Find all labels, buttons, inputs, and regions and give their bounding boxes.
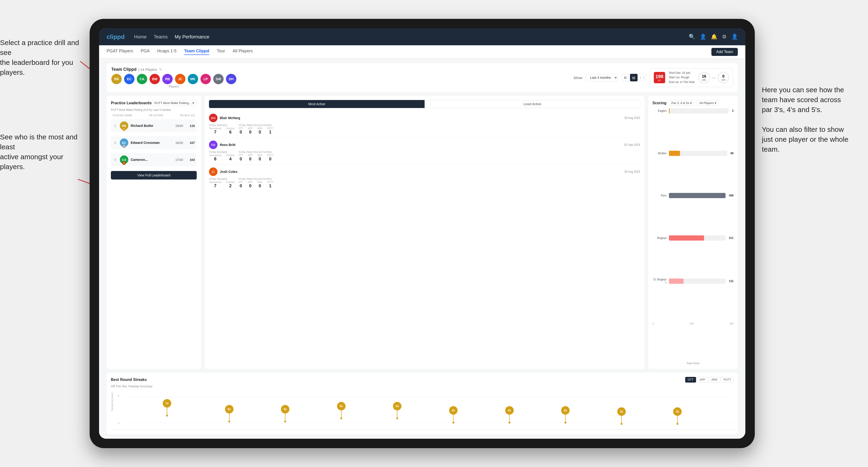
annotation-right: Here you can see how the team have score… xyxy=(762,85,866,154)
people-icon[interactable]: 👤 xyxy=(700,34,706,40)
view-full-leaderboard-button[interactable]: View Full Leaderboard xyxy=(111,171,197,180)
scoring-filter-par[interactable]: Par 3, 4 & 5s ▾ xyxy=(669,100,694,106)
lb-avg-3: 103 xyxy=(185,158,195,161)
lb-name-1: Richard Butler xyxy=(131,124,173,128)
rees-tournament: Tournament 8 xyxy=(209,154,221,161)
lb-avg-1: 110 xyxy=(185,124,195,128)
table-view-btn[interactable]: ⋮⋮ xyxy=(639,74,646,81)
shot-badge: 198 SC xyxy=(654,72,665,83)
team-header: Team Clippd | 14 Players ✎ RB EC CA BM R… xyxy=(106,63,738,92)
nav-home[interactable]: Home xyxy=(134,34,147,40)
lb-player-row-3[interactable]: 3 CA 3 Cameron... 17/20 103 xyxy=(111,153,197,166)
lb-player-row-1[interactable]: 1 RB 1 Richard Butler 19/20 110 xyxy=(111,119,197,132)
chart-value-eagles: 3 xyxy=(732,109,734,113)
bell-icon[interactable]: 🔔 xyxy=(711,34,717,40)
player-activity-josh: JC Josh Coles 26 Aug 2023 Total Rounds T… xyxy=(209,165,640,191)
rees-date: 02 Sep 2023 xyxy=(624,143,640,147)
streak-filter-arg[interactable]: ARG xyxy=(709,377,720,382)
streak-pin-line-5 xyxy=(397,410,398,417)
avatar-9: SW xyxy=(213,74,224,84)
lb-score-2: 18/20 xyxy=(175,141,183,145)
streak-pin-3: 6x xyxy=(281,405,289,423)
streaks-chart: Fairway Accuracy 6 4 7x 6x xyxy=(111,390,734,430)
avatar-1: RB xyxy=(111,74,122,84)
grid-line-top xyxy=(123,397,734,397)
add-team-button[interactable]: Add Team xyxy=(711,48,738,56)
blair-practice: Practice 6 xyxy=(226,127,235,135)
subnav-hcaps[interactable]: Hcaps 1-5 xyxy=(157,49,177,55)
chart-value-bogeys: 311 xyxy=(729,236,734,240)
view-icons: ⊞ ▤ ⋮⋮ xyxy=(621,74,646,81)
streak-pin-10: 3x xyxy=(673,407,682,425)
streak-bubble-2: 6x xyxy=(225,405,234,413)
streak-filter-putt[interactable]: PUTT xyxy=(721,377,734,382)
blair-stats: Total Rounds Tournament 7 Practice 6 xyxy=(209,124,640,135)
blair-rounds: Total Rounds Tournament 7 Practice 6 xyxy=(209,124,235,135)
chart-bar-container-eagles xyxy=(669,108,728,114)
streaks-subtitle: Off The Tee, Fairway Accuracy xyxy=(111,384,734,388)
rees-practice: Practice 4 xyxy=(226,154,235,161)
subnav-tour[interactable]: Tour xyxy=(217,49,225,55)
streak-pin-line-6 xyxy=(453,415,454,422)
josh-stats: Total Rounds Tournament 7 Practice 2 xyxy=(209,178,640,188)
ipad-device: clippd Home Teams My Performance 🔍 👤 🔔 ⚙… xyxy=(90,19,755,448)
streak-pin-dot-10 xyxy=(677,423,678,425)
subnav-team-clippd[interactable]: Team Clippd xyxy=(184,49,209,55)
josh-name: Josh Coles xyxy=(220,170,238,174)
lb-rank-2: 2 xyxy=(113,141,118,145)
shot-circle-right: 0 yds xyxy=(718,72,729,83)
lb-player-row-2[interactable]: 2 EC 2 Edward Crossman 18/20 107 xyxy=(111,136,197,149)
least-active-tab[interactable]: Least Active xyxy=(425,100,640,108)
streak-filter-ott[interactable]: OTT xyxy=(685,377,696,382)
josh-avatar: JC xyxy=(209,167,217,176)
josh-info: JC Josh Coles xyxy=(209,167,238,176)
rees-practice-activities: Total Practice Activities OTT 0 APP 0 xyxy=(239,151,273,161)
josh-practice-activities: Total Practice Activities OTT 0 APP 0 xyxy=(239,178,273,188)
chart-bar-doubles xyxy=(669,279,684,284)
rees-header: RB Rees Britt 02 Sep 2023 xyxy=(209,141,640,149)
streak-filter-app[interactable]: APP xyxy=(697,377,708,382)
show-label: Show xyxy=(574,76,582,80)
most-active-tab[interactable]: Most Active xyxy=(209,100,425,108)
drill-selector[interactable]: PUTT Must Make Putting... ▾ xyxy=(152,100,197,106)
list-view-btn[interactable]: ▤ xyxy=(630,74,638,81)
avatar-8: LP xyxy=(200,74,211,84)
chart-label-pars: Pars xyxy=(652,194,666,197)
shot-info-card: 198 SC Shot Dist: 16 yds Start Lie: Roug… xyxy=(650,68,733,87)
lb-avatar-2: EC 2 xyxy=(120,138,128,147)
chart-label-birdies: Birdies xyxy=(652,152,666,155)
rees-info: RB Rees Britt xyxy=(209,141,236,149)
settings-icon[interactable]: ⚙ xyxy=(722,34,727,40)
blair-ott: OTT 0 xyxy=(239,127,243,135)
subnav-all-players[interactable]: All Players xyxy=(232,49,253,55)
chart-bar-pars xyxy=(669,193,725,198)
scoring-filter-players[interactable]: All Players ▾ xyxy=(697,100,719,106)
rees-stats: Total Rounds Tournament 8 Practice 4 xyxy=(209,151,640,161)
leaderboard-table-header: PLAYER NAME PB SCORE PB AVG SQ xyxy=(111,114,197,117)
nav-my-performance[interactable]: My Performance xyxy=(175,34,210,40)
edit-icon[interactable]: ✎ xyxy=(159,67,162,72)
avatar-nav[interactable]: 👤 xyxy=(732,34,738,40)
nav-teams[interactable]: Teams xyxy=(154,34,168,40)
activity-tabs: Most Active Least Active xyxy=(209,100,640,108)
y-label-4: 4 xyxy=(118,422,119,425)
avatar-2: EC xyxy=(124,74,134,84)
nav-icons: 🔍 👤 🔔 ⚙ 👤 xyxy=(689,34,738,40)
subnav-pga[interactable]: PGA xyxy=(141,49,150,55)
streaks-header: Best Round Streaks OTT APP ARG PUTT xyxy=(111,377,734,382)
player-activity-blair: BM Blair McHarg 26 Aug 2023 Total Rounds… xyxy=(209,111,640,138)
annotation-top-left: Select a practice drill and see the lead… xyxy=(0,38,90,77)
blair-practice-activities: Total Practice Activities OTT 0 APP 0 xyxy=(239,124,273,135)
chart-row-pars: Pars 499 xyxy=(652,193,734,198)
show-select[interactable]: Last 3 months Last 6 months Last year xyxy=(586,74,618,81)
search-icon[interactable]: 🔍 xyxy=(689,34,695,40)
blair-header: BM Blair McHarg 26 Aug 2023 xyxy=(209,114,640,122)
streak-pin-dot-6 xyxy=(453,422,454,424)
player-avatars: RB EC CA BM RB JC MK LP SW DH xyxy=(111,74,236,84)
avatar-6: JC xyxy=(175,74,185,84)
blair-app: APP 0 xyxy=(248,127,253,135)
avatar-3: CA xyxy=(137,74,147,84)
player-activity-rees: RB Rees Britt 02 Sep 2023 Total Rounds T… xyxy=(209,138,640,165)
subnav-pgat[interactable]: PGAT Players xyxy=(106,49,133,55)
grid-view-btn[interactable]: ⊞ xyxy=(621,74,629,81)
